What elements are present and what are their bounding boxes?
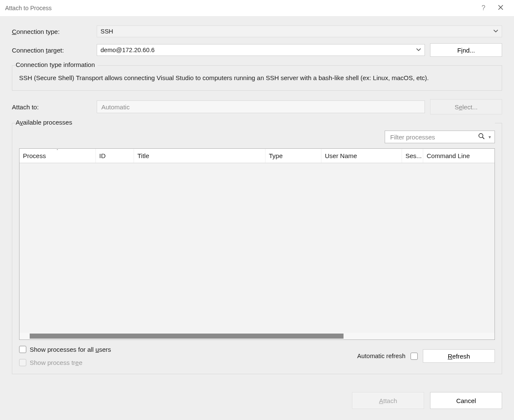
window-title: Attach to Process [5,5,475,11]
process-table: Process ˄ ID Title Type User Name Ses...… [19,148,495,340]
attach-to-value: Automatic [101,103,130,111]
filter-processes-input[interactable] [389,133,475,141]
content-area: Connection type: SSH Connection target: … [0,16,514,420]
chevron-down-icon [493,28,498,35]
connection-type-info-text: SSH (Secure Shell) Transport allows conn… [19,73,495,83]
horizontal-scrollbar[interactable] [20,333,494,339]
refresh-button[interactable]: Refresh [423,349,495,363]
help-icon[interactable]: ? [475,4,492,12]
close-icon[interactable] [492,4,509,12]
connection-type-info-group: Connection type information SSH (Secure … [12,65,502,91]
connection-target-value: demo@172.20.60.6 [101,47,155,53]
col-process[interactable]: Process ˄ [20,149,96,163]
show-all-users-checkbox[interactable]: Show processes for all users [19,346,111,353]
scrollbar-thumb[interactable] [30,334,344,339]
filter-processes-box[interactable]: ▾ [385,131,495,143]
automatic-refresh-label: Automatic refresh [357,353,405,359]
filter-dropdown-icon[interactable]: ▾ [489,134,491,140]
checkbox-icon [19,346,26,353]
sort-ascending-icon: ˄ [56,149,59,153]
available-processes-group: Available processes ▾ Process ˄ [12,123,502,374]
chevron-down-icon [416,47,421,53]
svg-line-3 [483,137,484,139]
table-body-empty [20,163,494,333]
connection-type-label: Connection type: [12,28,97,35]
col-id[interactable]: ID [96,149,134,163]
connection-type-info-title: Connection type information [16,61,98,68]
connection-type-dropdown[interactable]: SSH [97,25,502,37]
automatic-refresh-checkbox[interactable] [411,353,418,360]
attach-to-field: Automatic [97,100,425,113]
checkbox-icon [19,359,26,366]
titlebar: Attach to Process ? [0,0,514,16]
col-session[interactable]: Ses... [402,149,423,163]
col-user[interactable]: User Name [321,149,402,163]
col-type[interactable]: Type [265,149,321,163]
attach-button: Attach [352,392,424,409]
find-button[interactable]: Find... [430,43,502,57]
col-title[interactable]: Title [134,149,265,163]
connection-type-value: SSH [101,28,113,35]
available-processes-title: Available processes [16,119,495,126]
show-process-tree-checkbox: Show process tree [19,359,111,366]
search-icon[interactable] [478,133,485,141]
connection-target-combobox[interactable]: demo@172.20.60.6 [97,44,425,56]
connection-target-label: Connection target: [12,47,97,54]
col-cmd[interactable]: Command Line [423,149,494,163]
table-header-row: Process ˄ ID Title Type User Name Ses...… [20,149,494,163]
svg-point-2 [479,134,483,138]
attach-to-process-dialog: Attach to Process ? Connection type: SSH… [0,0,514,420]
attach-to-label: Attach to: [12,103,97,111]
select-button: Select... [430,99,502,114]
cancel-button[interactable]: Cancel [430,392,502,409]
